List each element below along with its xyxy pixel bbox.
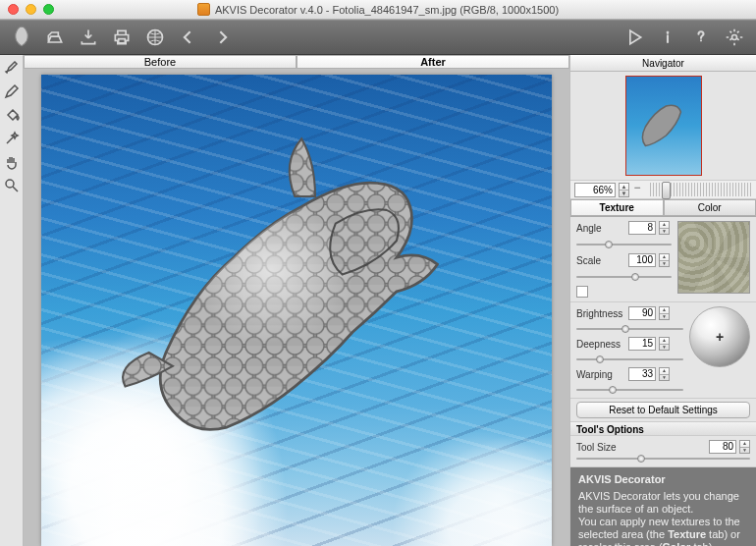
magic-wand-tool[interactable]	[3, 130, 21, 147]
info-line-2: You can apply new textures to the select…	[578, 516, 748, 546]
zoom-slider[interactable]	[650, 183, 752, 196]
window-title-text: AKVIS Decorator v.4.0 - Fotolia_48461947…	[215, 4, 559, 16]
open-file-button[interactable]	[40, 24, 70, 51]
brightness-slider[interactable]	[576, 325, 683, 333]
tool-size-label: Tool Size	[576, 442, 635, 453]
zoom-tool[interactable]	[3, 177, 21, 194]
texture-color-tabs: Texture Color	[570, 199, 756, 217]
warping-label: Warping	[576, 369, 625, 380]
tab-texture[interactable]: Texture	[570, 199, 664, 216]
hand-tool[interactable]	[3, 153, 21, 171]
zoom-value-input[interactable]: 66%	[574, 183, 616, 197]
print-button[interactable]	[107, 24, 136, 51]
tool-size-input[interactable]: 80	[709, 440, 736, 454]
run-button[interactable]	[620, 24, 649, 51]
close-window-button[interactable]	[8, 4, 19, 15]
warping-slider[interactable]	[576, 386, 683, 394]
scale-slider[interactable]	[576, 273, 672, 281]
tools-options-header: Tool's Options	[570, 421, 756, 436]
canvas-area[interactable]	[24, 69, 569, 546]
warping-input[interactable]: 33	[628, 367, 656, 381]
left-toolbar	[0, 55, 24, 546]
info-line-1: AKVIS Decorator lets you change the surf…	[578, 490, 748, 516]
bucket-tool[interactable]	[3, 106, 21, 124]
plus-icon: +	[716, 329, 724, 345]
angle-slider[interactable]	[576, 241, 672, 248]
pencil-tool[interactable]	[3, 82, 21, 100]
angle-input[interactable]: 8	[628, 221, 656, 235]
settings-button[interactable]	[720, 24, 749, 51]
help-button[interactable]	[686, 24, 716, 51]
zoom-out-icon[interactable]: −	[632, 185, 642, 194]
save-button[interactable]	[74, 24, 103, 51]
app-logo-icon[interactable]	[7, 24, 36, 51]
tab-after[interactable]: After	[297, 55, 569, 68]
brush-tool[interactable]	[3, 59, 21, 77]
tool-size-spinner[interactable]: ▲▼	[739, 440, 750, 454]
zoom-spinner[interactable]: ▲▼	[619, 183, 629, 197]
scale-input[interactable]: 100	[628, 253, 656, 267]
scale-label: Scale	[576, 255, 625, 266]
zoom-controls: 66% ▲▼ −	[570, 180, 756, 199]
deepness-slider[interactable]	[576, 355, 683, 363]
document-icon	[197, 3, 210, 16]
light-sphere-control[interactable]: +	[689, 306, 750, 367]
tab-before[interactable]: Before	[24, 55, 297, 68]
redo-button[interactable]	[207, 24, 237, 51]
info-panel: AKVIS Decorator AKVIS Decorator lets you…	[570, 467, 756, 546]
tab-color[interactable]: Color	[664, 199, 757, 216]
before-after-tabs: Before After	[24, 55, 569, 69]
deepness-input[interactable]: 15	[628, 337, 656, 351]
window-title: AKVIS Decorator v.4.0 - Fotolia_48461947…	[0, 3, 756, 16]
info-button[interactable]	[653, 24, 682, 51]
angle-spinner[interactable]: ▲▼	[659, 221, 670, 235]
texture-checkbox[interactable]	[576, 286, 588, 298]
angle-label: Angle	[576, 223, 625, 234]
brightness-input[interactable]: 90	[628, 306, 656, 320]
maximize-window-button[interactable]	[43, 4, 54, 15]
svg-point-2	[732, 35, 737, 40]
reset-button[interactable]: Reset to Default Settings	[576, 402, 750, 418]
brightness-spinner[interactable]: ▲▼	[659, 306, 670, 320]
warping-spinner[interactable]: ▲▼	[659, 367, 670, 381]
image-canvas	[41, 75, 552, 546]
undo-button[interactable]	[174, 24, 203, 51]
scale-spinner[interactable]: ▲▼	[659, 253, 670, 267]
dolphin-subject	[118, 122, 485, 462]
deepness-spinner[interactable]: ▲▼	[659, 337, 670, 351]
main-toolbar	[0, 20, 756, 55]
tool-size-slider[interactable]	[576, 455, 750, 463]
share-button[interactable]	[140, 24, 170, 51]
brightness-label: Brightness	[576, 308, 625, 319]
window-titlebar: AKVIS Decorator v.4.0 - Fotolia_48461947…	[0, 0, 756, 20]
svg-point-1	[667, 31, 669, 33]
minimize-window-button[interactable]	[26, 4, 36, 15]
texture-preview-swatch[interactable]	[677, 221, 750, 294]
navigator-header: Navigator	[570, 55, 756, 72]
right-panel: Navigator 66% ▲▼ − Texture Color Angle 8…	[569, 55, 756, 546]
svg-point-3	[6, 180, 14, 188]
navigator-preview[interactable]	[570, 72, 756, 180]
info-title: AKVIS Decorator	[578, 473, 748, 486]
deepness-label: Deepness	[576, 339, 625, 350]
